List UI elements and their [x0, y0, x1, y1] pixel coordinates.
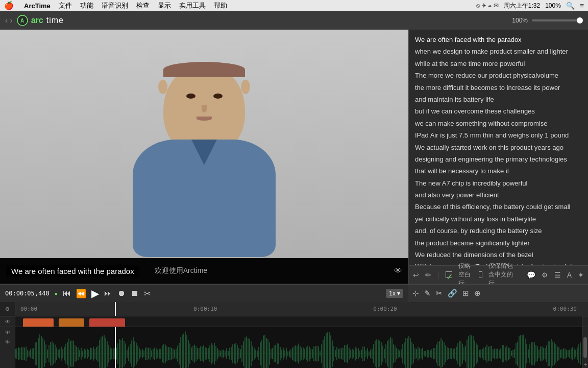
logo-arc-text: arc [31, 16, 43, 25]
merge-icon[interactable]: ⊞ [462, 289, 469, 298]
transcript-line[interactable]: We actually started work on this product… [415, 142, 582, 153]
timeline-tracks: 👁 👁 👁 ＋ － [0, 316, 588, 368]
zoom-slider[interactable] [532, 19, 583, 21]
active-dot: ● [55, 291, 58, 296]
control-center-icon[interactable]: ≡ [580, 2, 584, 10]
welcome-text: 欢迎使用Arctime [155, 266, 207, 275]
ruler-mark-10: 0:00:10 [193, 306, 217, 312]
skip-blank-check[interactable]: ✓ [446, 271, 452, 278]
eye-icon[interactable]: 👁 [394, 266, 402, 275]
track-1-eye-icon[interactable]: 👁 [5, 319, 10, 325]
track-1-controls: 👁 [0, 316, 15, 327]
waveform-content[interactable] [15, 327, 582, 368]
right-panel: We are often faced with the paradoxwhen … [408, 30, 588, 284]
menu-bar: 🍎 ArcTime 文件 功能 语音识别 检查 显示 实用工具 帮助 ⎋ ✈ ☁… [0, 0, 588, 11]
current-time: 00:00:05,440 [5, 290, 50, 297]
timeline-area: ⚙ 00:00 0:00:10 0:00:20 0:00:30 👁 [0, 302, 588, 368]
video-panel: We are often faced with the paradox 欢迎使用… [0, 30, 408, 284]
ruler-marks: 00:00 0:00:10 0:00:20 0:00:30 [15, 306, 582, 312]
subtitle-block-3[interactable] [89, 318, 125, 327]
waveform-side: 👁 👁 [0, 327, 15, 368]
transcript-line[interactable]: IPad Air is just 7.5 mm thin and weighs … [415, 129, 582, 141]
transcript-area[interactable]: We are often faced with the paradoxwhen … [409, 30, 588, 265]
comment-icon[interactable]: 💬 [527, 271, 535, 279]
track-1-content[interactable] [15, 316, 582, 327]
nav-arrows: ‹ › [5, 16, 13, 25]
waveform-eye-icon-1[interactable]: 👁 [5, 330, 10, 335]
link-icon[interactable]: 🔗 [448, 289, 457, 298]
timeline-settings-icon[interactable]: ⚙ [5, 306, 10, 312]
menu-display[interactable]: 显示 [158, 1, 171, 10]
logo-icon: A [17, 15, 28, 26]
transcript-line[interactable]: the product became significantly lighter [415, 237, 582, 249]
transcript-line[interactable]: but if we can overcome these challenges [415, 105, 582, 117]
rewind-button[interactable]: ⏮ [63, 289, 71, 298]
transcript-line[interactable]: The new A7 chip is incredibly powerful [415, 177, 582, 189]
menu-help[interactable]: 帮助 [214, 1, 227, 10]
transcript-line[interactable]: we can make something without compromise [415, 118, 582, 129]
scissors-button[interactable]: ✂ [144, 289, 151, 298]
transcript-line[interactable]: We are often faced with the paradox [415, 34, 582, 45]
waveform-right: ＋ － [582, 327, 588, 368]
timeline-ruler[interactable]: 00:00 0:00:10 0:00:20 0:00:30 [15, 302, 582, 316]
edit-icon[interactable]: ✏ [425, 271, 431, 279]
transcript-line[interactable]: designing and engineering the primary te… [415, 153, 582, 165]
app-logo: A arctime [17, 15, 64, 26]
select-icon[interactable]: ⊹ [412, 289, 419, 298]
forward-button[interactable]: ⏭ [104, 289, 112, 298]
settings-icon[interactable]: ⚙ [542, 271, 548, 279]
transcript-line[interactable]: the more difficult it becomes to increas… [415, 82, 582, 94]
transcript-line[interactable]: Because of this efficiency, the battery … [415, 201, 582, 213]
search-icon[interactable]: 🔍 [566, 2, 575, 10]
playback-controls: 00:00:05,440 ● ⏮ ⏪ ▶ ⏭ ⏺ ⏹ ✂ 1x ▾ [0, 284, 408, 302]
cut-mode-icon[interactable]: ✂ [436, 289, 443, 298]
effects-icon[interactable]: ✦ [578, 271, 584, 279]
nav-forward-icon[interactable]: › [10, 16, 12, 25]
ruler-mark-0: 00:00 [20, 306, 37, 312]
datetime: 周六上午1:32 [504, 2, 540, 10]
apple-menu[interactable]: 🍎 [4, 1, 14, 10]
add-icon[interactable]: ⊕ [474, 289, 481, 298]
transcript-line[interactable]: yet critically without any loss in batte… [415, 213, 582, 225]
timeline-header: ⚙ 00:00 0:00:10 0:00:20 0:00:30 [0, 302, 588, 316]
transcript-line[interactable]: and also very power efficient [415, 189, 582, 201]
menu-tools[interactable]: 实用工具 [179, 1, 206, 10]
stop-button[interactable]: ⏹ [131, 289, 139, 298]
nav-back-icon[interactable]: ‹ [5, 16, 8, 25]
ruler-mark-30: 0:00:30 [553, 306, 577, 312]
undo-icon[interactable]: ↩ [413, 271, 419, 279]
transcript-line[interactable]: and, of course, by reducing the battery … [415, 225, 582, 237]
waveform-eye-icon-2[interactable]: 👁 [5, 339, 10, 345]
transcript-line[interactable]: and maintain its battery life [415, 94, 582, 105]
waveform-canvas [15, 327, 582, 368]
transcript-line[interactable]: We reduced the dimensions of the bezel [415, 249, 582, 261]
menu-check[interactable]: 检查 [136, 1, 150, 10]
transcript-line[interactable]: The more we reduce our product physicalv… [415, 70, 582, 81]
toolbar: ‹ › A arctime 100% [0, 11, 588, 30]
video-display[interactable] [0, 30, 408, 258]
speed-arrow-icon: ▾ [397, 290, 400, 297]
play-button[interactable]: ▶ [91, 287, 99, 300]
menu-function[interactable]: 功能 [80, 1, 93, 10]
menu-app[interactable]: ArcTime [24, 2, 51, 10]
font-icon[interactable]: A [567, 271, 572, 279]
subtitle-block-2[interactable] [59, 318, 84, 327]
controls-row: 00:00:05,440 ● ⏮ ⏪ ▶ ⏭ ⏺ ⏹ ✂ 1x ▾ ⊹ ✎ ✂ … [0, 284, 588, 302]
transcript-line[interactable]: while at the same time more powerful [415, 58, 582, 70]
zoom-plus-icon[interactable]: ＋ [582, 360, 588, 368]
record-button[interactable]: ⏺ [117, 289, 126, 298]
speed-control[interactable]: 1x ▾ [386, 289, 403, 298]
menu-file[interactable]: 文件 [59, 1, 72, 10]
back-button[interactable]: ⏪ [76, 289, 86, 298]
edit-mode-icon[interactable]: ✎ [424, 289, 431, 298]
list-icon[interactable]: ☰ [554, 271, 561, 279]
battery: 100% [545, 2, 561, 9]
subtitle-block-1[interactable] [23, 318, 54, 327]
track-row-1: 👁 [0, 316, 588, 327]
speed-value: 1x [389, 290, 396, 297]
menu-speech[interactable]: 语音识别 [102, 1, 128, 10]
keep-chinese-check[interactable] [479, 271, 482, 278]
transcript-line[interactable]: that will be necessary to make it [415, 165, 582, 177]
transcript-line[interactable]: when we design to make product smaller a… [415, 45, 582, 57]
subtitle-bar: We are often faced with the paradox 欢迎使用… [0, 258, 408, 284]
